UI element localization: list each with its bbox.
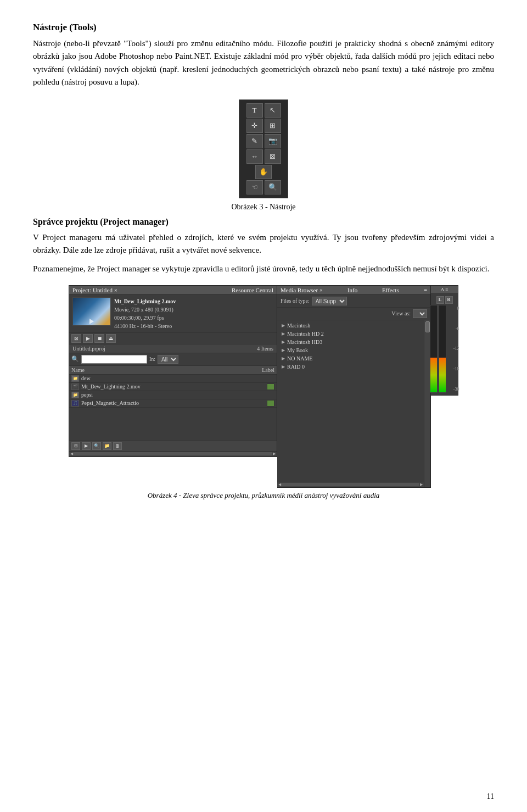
pm-audio: 44100 Hz - 16-bit - Stereo: [114, 322, 176, 330]
audio-scale-12: -12: [448, 346, 459, 351]
mb-item-noname: NO NAME: [287, 355, 312, 361]
pm-col-name-header: Name: [71, 367, 247, 373]
mb-bottom-scrollbar[interactable]: ◀ ▶: [277, 482, 424, 487]
audio-scale-6: -6: [448, 326, 459, 331]
pm-footer-btn1[interactable]: ⊞: [71, 442, 80, 450]
audio-meter-panel: A ≡ L R 0 -6 -12: [431, 285, 458, 396]
pm-search-icon: 🔍: [71, 355, 79, 363]
tool-stamp-btn[interactable]: ⊠: [265, 149, 281, 164]
pm-item-name-dew: dew: [81, 375, 274, 381]
pm-search-input[interactable]: [81, 355, 147, 364]
pm-item-name-mov: Mt_Dew_Lightning 2.mov: [81, 383, 265, 390]
list-item[interactable]: ▶ Macintosh HD3: [277, 338, 424, 346]
audio-bar-left: [430, 305, 438, 393]
mb-tab-effects[interactable]: Effects: [382, 287, 399, 293]
pm-duration: 00:00:30;00, 29.97 fps: [114, 314, 176, 322]
audio-channel-r: R: [445, 296, 453, 304]
pm-play-overlay: [73, 319, 110, 324]
mb-menu-icon[interactable]: ≡: [424, 287, 427, 293]
pm-footer-btn5[interactable]: 🗑: [113, 442, 122, 450]
mb-item-raid: RAID 0: [287, 364, 305, 370]
audio-label-row: L R: [436, 296, 453, 304]
mb-item-machd3: Macintosh HD3: [287, 339, 322, 345]
pm-in-select[interactable]: All: [158, 355, 178, 364]
mb-item-mybook: My Book: [287, 347, 308, 353]
tool-pen-btn[interactable]: ✎: [246, 134, 263, 148]
folder-icon2: 📁: [71, 392, 79, 398]
tool-resize-btn[interactable]: ↔: [246, 149, 263, 164]
tool-hand2-btn[interactable]: ☜: [246, 180, 263, 194]
mb-list-content: ▶ Macintosh ▶ Macintosh HD 2 ▶ Macintosh…: [277, 320, 424, 487]
audio-bars: [430, 305, 446, 393]
list-item[interactable]: 🎵 Pepsi_Magnetic_Attractio: [69, 399, 277, 408]
list-item[interactable]: ▶ Macintosh HD 2: [277, 330, 424, 338]
tool-hand-btn[interactable]: ✋: [255, 165, 272, 179]
pm-titlebar: Project: Untitled × Resource Central: [69, 286, 277, 295]
pm-thumbnail: [72, 297, 111, 326]
pm-file-details: Mt_Dew_Lightning 2.mov Movie, 720 x 480 …: [114, 297, 176, 330]
pm-play-button[interactable]: [89, 319, 94, 324]
pm-item-name-pepsi: pepsi: [81, 392, 274, 398]
mb-scroll-track[interactable]: [282, 483, 419, 486]
mb-arrow-icon3: ▶: [282, 340, 285, 344]
tool-camera-btn[interactable]: 📷: [265, 134, 281, 148]
pm-bottom-scrollbar[interactable]: ◀ ▶: [69, 451, 277, 457]
mb-view-select[interactable]: [413, 309, 427, 318]
list-item[interactable]: ▶ My Book: [277, 346, 424, 354]
mb-view-row: View as:: [277, 308, 430, 320]
pm-ctrl-btn3[interactable]: ⏹: [94, 334, 104, 343]
mb-arrow-icon6: ▶: [282, 364, 285, 369]
mb-scroll-thumb[interactable]: [425, 321, 430, 332]
mb-tab-info[interactable]: Info: [347, 287, 357, 293]
tool-select-btn[interactable]: ↖: [265, 103, 281, 118]
paragraph-pm1: V Project manageru má uživatel přehled o…: [33, 231, 494, 257]
mb-scroll-right[interactable]: ▶: [420, 482, 423, 487]
mb-titlebar: Media Browser × Info Effects ≡: [277, 286, 430, 295]
audio-scale: 0 -6 -12 -18 -30: [448, 305, 459, 393]
audio-header-label: A ≡: [441, 287, 448, 292]
list-item[interactable]: 📁 dew: [69, 375, 277, 383]
paragraph-tools: Nástroje (nebo-li převzatě "Tools") slou…: [33, 37, 494, 88]
paragraph-pm2: Poznamenejme, že Project manager se vyky…: [33, 263, 494, 275]
tool-move-btn[interactable]: ✛: [246, 119, 263, 133]
mb-view-label: View as:: [391, 310, 411, 316]
list-item[interactable]: 📁 pepsi: [69, 391, 277, 399]
mb-scroll-left[interactable]: ◀: [278, 482, 281, 487]
pm-footer-btn4[interactable]: 📁: [103, 442, 111, 450]
figure3-container: T ↖ ✛ ⊞ ✎ 📷 ↔ ⊠ ✋ ☜ 🔍 Obrázek 3 - Nástro…: [33, 99, 494, 212]
pm-controls-row: ⊠ ▶ ⏹ ⏏: [69, 333, 277, 344]
pm-tab2-label[interactable]: Resource Central: [232, 287, 273, 293]
list-item[interactable]: ▶ RAID 0: [277, 363, 424, 371]
film-icon: 🎬: [71, 383, 79, 390]
heading-tools: Nástroje (Tools): [33, 22, 494, 33]
pm-scroll-right-btn[interactable]: ▶: [273, 452, 276, 456]
pm-title-tab[interactable]: Project: Untitled ×: [72, 287, 117, 293]
tool-text-btn[interactable]: T: [246, 103, 263, 118]
audio-channel-l: L: [436, 296, 444, 304]
pm-item-name-pepsi2: Pepsi_Magnetic_Attractio: [81, 400, 265, 406]
mb-files-label: Files of type:: [281, 298, 310, 304]
pm-footer-btn3[interactable]: 🔍: [92, 442, 101, 450]
media-browser-panel: Media Browser × Info Effects ≡ Files of …: [277, 285, 431, 488]
project-manager-panel: Project: Untitled × Resource Central Mt_…: [69, 285, 277, 457]
folder-icon: 📁: [71, 375, 79, 382]
mb-arrow-icon2: ▶: [282, 331, 285, 336]
pm-scroll-track[interactable]: [74, 452, 272, 455]
audio-header: A ≡: [431, 286, 458, 294]
mb-content-area: ▶ Macintosh ▶ Macintosh HD 2 ▶ Macintosh…: [277, 320, 430, 487]
pm-scroll-left-btn[interactable]: ◀: [70, 452, 73, 456]
list-item[interactable]: ▶ Macintosh: [277, 321, 424, 330]
tool-align-btn[interactable]: ⊞: [265, 119, 281, 133]
mb-filter-row: Files of type: All Supp: [277, 295, 430, 308]
pm-project-label: Untitled.prproj: [72, 346, 105, 352]
mb-item-machd2: Macintosh HD 2: [287, 331, 324, 337]
mb-title-tab[interactable]: Media Browser ×: [281, 287, 323, 293]
pm-ctrl-btn4[interactable]: ⏏: [106, 334, 116, 343]
pm-footer-btn2[interactable]: ▶: [82, 442, 91, 450]
tool-zoom-btn[interactable]: 🔍: [265, 180, 281, 194]
pm-ctrl-btn2[interactable]: ▶: [83, 334, 93, 343]
list-item[interactable]: 🎬 Mt_Dew_Lightning 2.mov: [69, 383, 277, 391]
mb-filter-select[interactable]: All Supp: [312, 297, 347, 305]
list-item[interactable]: ▶ NO NAME: [277, 354, 424, 363]
pm-ctrl-btn1[interactable]: ⊠: [71, 334, 81, 343]
